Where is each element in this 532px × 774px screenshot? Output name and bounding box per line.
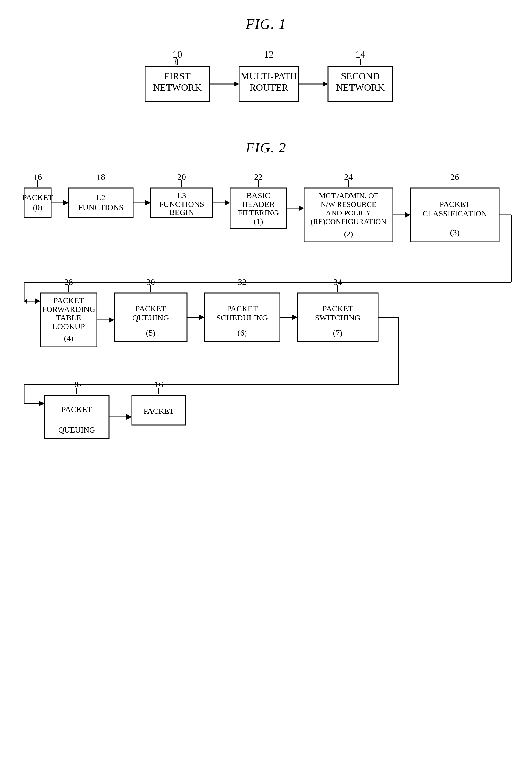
fig2-text-sched-1: PACKET [227,304,258,313]
fig2-text-q36-1: PACKET [61,405,92,414]
fig2-text-filtering-1: BASIC [246,191,270,200]
fig2-text-fwd-2: FORWARDING [42,305,95,314]
fig2-label-34: 34 [333,277,342,287]
fig1-svg: 10 { FIRST NETWORK 12 MULTI-PATH ROUTER … [118,43,414,113]
fig2-text-fwd-3: TABLE [56,313,81,322]
fig2-text-mgt-1: MGT./ADMIN. OF [319,191,378,200]
fig1-diagram: 10 { FIRST NETWORK 12 MULTI-PATH ROUTER … [22,43,510,113]
fig2-label-20: 20 [177,172,186,182]
fig2-text-fwd-4: LOOKUP [52,322,85,331]
fig2-text-packet-end: PACKET [143,406,174,415]
fig2-arrowhead-30-32 [199,315,205,320]
fig2-label-16: 16 [33,172,42,182]
fig2-arrowhead-20-22 [225,200,230,206]
fig2-label-22: 22 [254,172,263,182]
fig1-arrow1-head [234,81,239,87]
fig1-text-second1: SECOND [341,71,379,82]
fig2-text-class-2: CLASSIFICATION [422,209,487,218]
fig2-text-mgt-2: N/W RESOURCE [320,200,376,209]
fig2-text-l3-3: BEGIN [169,208,194,217]
fig2-text-mgt-4: (RE)CONFIGURATION [311,217,386,226]
fig1-title: FIG. 1 [22,16,510,32]
fig1-text-second2: NETWORK [336,82,385,93]
fig2-text-class-3: (3) [450,228,460,237]
fig2-arrowhead-into-36 [39,401,44,406]
fig2-text-mgt-5: (2) [344,230,353,238]
fig2-text-sched-3: (6) [238,328,247,337]
fig2-text-l2-2: FUNCTIONS [78,203,124,212]
fig2-text-q5-2: QUEUING [132,313,169,322]
fig2-text-packet0-1: PACKET [22,193,53,202]
fig2-label-36: 36 [72,379,81,389]
page: FIG. 1 10 { FIRST NETWORK 12 MULTI-PATH … [0,0,532,774]
fig2-arrowhead-24-26 [405,212,410,218]
fig2-label-30: 30 [146,277,155,287]
fig2-text-l2-1: L2 [96,193,105,202]
fig2-arrowhead-36-packet [126,414,132,420]
fig2-arrowhead-into-28 [35,298,40,304]
fig2-text-switch-2: SWITCHING [315,313,360,322]
fig2-text-filtering-3: FILTERING [238,208,279,217]
fig2-title: FIG. 2 [22,140,510,156]
fig2-label-18: 18 [97,172,105,182]
fig2-text-sched-2: SCHEDULING [216,313,268,322]
fig2-text-packet0-2: (0) [33,203,43,212]
fig2-text-l3-2: FUNCTIONS [159,200,204,209]
fig2-label-28: 28 [64,277,73,287]
fig2-text-switch-1: PACKET [322,304,353,313]
fig2-label-26: 26 [450,172,459,182]
fig2-svg: 16 PACKET (0) 18 L2 FUNCTIONS 20 L3 FUNC… [22,169,519,492]
fig1-text-first1: FIRST [164,71,190,82]
fig2-text-fwd-5: (4) [64,334,73,343]
fig2-arrowhead-28-30 [109,317,114,323]
fig2-diagram: 16 PACKET (0) 18 L2 FUNCTIONS 20 L3 FUNC… [22,169,510,492]
fig2-text-l3-1: L3 [177,191,186,200]
fig2-arrowhead-18-20 [145,200,151,206]
fig1-text-first2: NETWORK [153,82,202,93]
fig1-node12-label: 12 [264,49,274,60]
fig2-arrowhead-22-24 [299,206,304,211]
fig2-text-mgt-3: AND POLICY [326,209,371,217]
fig2-text-class-1: PACKET [439,200,470,209]
fig2-text-q5-1: PACKET [135,304,166,313]
fig2-text-switch-3: (7) [333,328,343,337]
fig2-text-q5-3: (5) [146,328,156,337]
fig2-text-q36-2: QUEUING [58,425,95,434]
fig1-text-router1: MULTI-PATH [241,71,297,82]
fig2-text-fwd-1: PACKET [53,296,84,305]
fig2-arrowhead-32-34 [292,315,297,320]
fig2-text-filtering-2: HEADER [242,200,275,209]
fig2-label-24: 24 [344,172,353,182]
fig2-text-filtering-4: (1) [254,217,263,226]
fig1-arrow2-head [323,81,328,87]
fig1-text-router2: ROUTER [249,82,288,93]
fig2-arrowhead-16-18 [63,200,69,206]
fig2-label-16b: 16 [154,379,163,389]
fig1-node14-label: 14 [355,49,365,60]
fig2-label-32: 32 [238,277,246,287]
